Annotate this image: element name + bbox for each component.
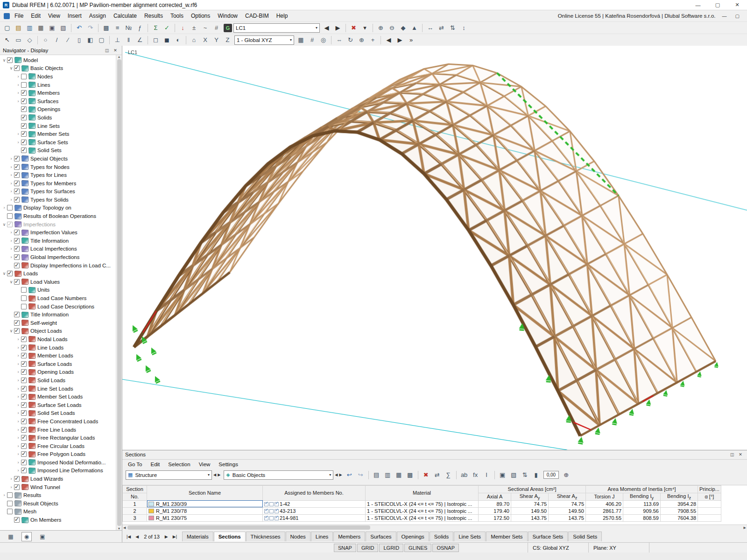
- tree-checkbox[interactable]: [14, 320, 20, 326]
- result-view-icon[interactable]: ▥: [382, 470, 393, 480]
- new-solid-icon[interactable]: ◧: [85, 35, 96, 45]
- tree-checkbox[interactable]: [14, 312, 20, 317]
- tree-item-on-members[interactable]: On Members: [0, 516, 116, 524]
- menu-item-tools[interactable]: Tools: [167, 11, 187, 21]
- grid-icon[interactable]: #: [211, 23, 222, 33]
- tree-checkbox[interactable]: [14, 65, 20, 71]
- cell-value[interactable]: 2861.77: [586, 507, 623, 514]
- cell-section-name[interactable]: R_M1 230/75: [147, 514, 263, 521]
- zoom-window-icon[interactable]: ⊕: [356, 35, 367, 45]
- cell-value[interactable]: 909.56: [623, 507, 661, 514]
- tree-checkbox[interactable]: [21, 336, 27, 342]
- cell-assigned-members[interactable]: 1-42: [263, 500, 366, 507]
- expand-arrow-icon[interactable]: ∨: [1, 271, 7, 276]
- more-tools-icon[interactable]: »: [406, 35, 416, 45]
- expand-arrow-icon[interactable]: ›: [8, 156, 14, 161]
- tree-checkbox[interactable]: [7, 205, 13, 210]
- tree-item-model[interactable]: ∨Model: [0, 56, 116, 64]
- format-icon[interactable]: I: [481, 470, 492, 480]
- tree-checkbox[interactable]: [14, 279, 20, 285]
- jump-forward-icon[interactable]: ↪: [355, 470, 366, 480]
- menu-item-results[interactable]: Results: [141, 11, 167, 21]
- tree-checkbox[interactable]: [21, 386, 27, 392]
- table-view-icon[interactable]: ▤: [371, 470, 382, 480]
- tree-item-line-loads[interactable]: ›Line Loads: [0, 343, 116, 352]
- mini-checkbox[interactable]: [264, 516, 268, 520]
- cell-material[interactable]: 1 - STEICOLVL-X (24 <= t <= 75) | Isotro…: [366, 500, 479, 507]
- expand-arrow-icon[interactable]: ›: [8, 197, 14, 202]
- tree-checkbox[interactable]: [21, 419, 27, 424]
- expand-arrow-icon[interactable]: ›: [15, 468, 21, 473]
- tree-item-lines[interactable]: ›Lines: [0, 81, 116, 89]
- menu-item-calculate[interactable]: Calculate: [110, 11, 141, 21]
- cell-alpha[interactable]: [698, 507, 721, 514]
- navigator-tab-display-icon[interactable]: ◉: [21, 532, 32, 541]
- print-table-icon[interactable]: ▣: [497, 470, 508, 480]
- tree-item-member-loads[interactable]: ›Member Loads: [0, 351, 116, 360]
- tree-checkbox[interactable]: [7, 492, 13, 498]
- swap-icon[interactable]: ⇄: [436, 23, 447, 33]
- last-table-button[interactable]: ▶|: [170, 533, 179, 540]
- cell-value[interactable]: 7604.38: [661, 514, 698, 521]
- cell-value[interactable]: 74.75: [511, 500, 549, 507]
- tree-item-load-values[interactable]: ∨Load Values: [0, 278, 116, 286]
- menu-item-assign[interactable]: Assign: [85, 11, 110, 21]
- table-tab-member-sets[interactable]: Member Sets: [486, 532, 527, 541]
- scrollbar-thumb[interactable]: [117, 59, 121, 526]
- cell-section-no[interactable]: 2: [123, 507, 147, 514]
- expand-arrow-icon[interactable]: ›: [15, 83, 21, 87]
- tree-item-loads[interactable]: ∨Loads: [0, 269, 116, 278]
- expand-arrow-icon[interactable]: ›: [15, 353, 21, 358]
- delete-dropdown-icon[interactable]: ▾: [359, 23, 370, 33]
- solid-render-icon[interactable]: ◼: [162, 35, 172, 45]
- next-table-button[interactable]: ▶: [162, 533, 170, 540]
- new-model-icon[interactable]: ▢: [2, 23, 13, 33]
- zoom-out-icon[interactable]: ⊖: [387, 23, 397, 33]
- tree-item-surfaces[interactable]: ›Surfaces: [0, 97, 116, 105]
- cell-assigned-members[interactable]: 43-213: [263, 507, 366, 514]
- tree-item-solid-loads[interactable]: ›Solid Loads: [0, 376, 116, 385]
- expand-arrow-icon[interactable]: ∨: [8, 329, 14, 333]
- expand-arrow-icon[interactable]: ›: [15, 403, 21, 407]
- settings-view-icon[interactable]: ▩: [405, 470, 416, 480]
- tree-checkbox[interactable]: [14, 238, 20, 244]
- status-toggle-grid[interactable]: GRID: [357, 544, 379, 552]
- chart-icon[interactable]: ▮: [531, 470, 542, 480]
- cell-value[interactable]: 143.75: [549, 514, 586, 521]
- maximize-button[interactable]: ▢: [708, 0, 727, 10]
- list-icon[interactable]: ≡: [112, 23, 123, 33]
- expand-arrow-icon[interactable]: ›: [15, 460, 21, 465]
- menu-item-cad-bim[interactable]: CAD-BIM: [241, 11, 273, 21]
- renumber-icon[interactable]: №: [123, 23, 134, 33]
- node-snap-icon[interactable]: ◆: [398, 23, 409, 33]
- tree-checkbox[interactable]: [21, 304, 27, 309]
- tree-checkbox[interactable]: [21, 468, 27, 473]
- expand-arrow-icon[interactable]: ›: [15, 99, 21, 104]
- isometric-view-icon[interactable]: ⌂: [189, 35, 199, 45]
- expand-arrow-icon[interactable]: ›: [15, 411, 21, 415]
- child-minimize-icon[interactable]: —: [720, 14, 729, 19]
- measure-icon[interactable]: ↕: [458, 23, 469, 33]
- tree-item-types-for-solids[interactable]: ›Types for Solids: [0, 196, 116, 204]
- sections-menu-view[interactable]: View: [195, 461, 214, 468]
- load-combination-icon[interactable]: ±: [189, 23, 199, 33]
- cell-assigned-members[interactable]: 214-981: [263, 514, 366, 521]
- expand-arrow-icon[interactable]: ›: [8, 173, 14, 177]
- search-icon[interactable]: ⊕: [561, 470, 571, 480]
- tree-checkbox[interactable]: [21, 295, 27, 301]
- tree-checkbox[interactable]: [14, 328, 20, 334]
- mini-checkbox[interactable]: [264, 509, 268, 513]
- tree-item-solids[interactable]: Solids: [0, 113, 116, 122]
- tree-item-imperfections[interactable]: ∨Imperfections: [0, 220, 116, 229]
- new-member-icon[interactable]: ∕: [63, 35, 73, 45]
- tree-checkbox[interactable]: [14, 230, 20, 235]
- tree-item-local-imperfections[interactable]: ›Local Imperfections: [0, 245, 116, 253]
- menu-item-file[interactable]: File: [11, 11, 27, 21]
- table-tab-surfaces[interactable]: Surfaces: [366, 532, 396, 541]
- tree-item-wind-tunnel[interactable]: ›Wind Tunnel: [0, 483, 116, 491]
- delete-row-icon[interactable]: ✖: [421, 470, 431, 480]
- tree-item-basic-objects[interactable]: ∨Basic Objects: [0, 64, 116, 73]
- table-tab-solids[interactable]: Solids: [430, 532, 453, 541]
- minimize-button[interactable]: —: [688, 0, 708, 10]
- cell-value[interactable]: 406.20: [586, 500, 623, 507]
